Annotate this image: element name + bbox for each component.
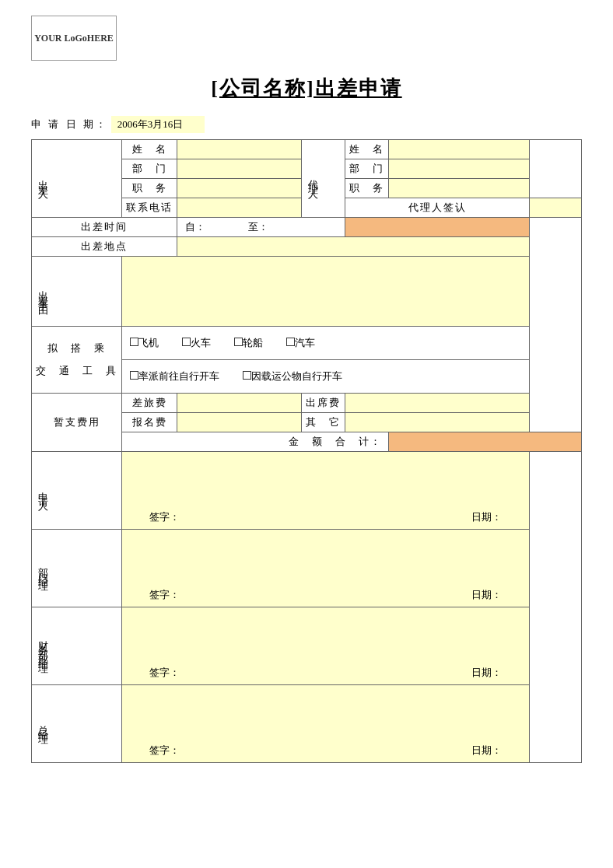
travel-reason-field[interactable] — [122, 257, 530, 327]
attendance-expense-field[interactable] — [345, 394, 530, 413]
deputy-name-field[interactable] — [389, 140, 530, 159]
transport-self-drive[interactable]: 率派前往自行开车 — [130, 369, 219, 383]
dept-manager-field[interactable]: 签字： 日期： — [122, 530, 530, 607]
table-row: 申请人 签字： 日期： — [32, 452, 582, 530]
name-label-2: 姓 名 — [345, 140, 389, 159]
to-label: 至： — [248, 221, 268, 233]
general-manager-field[interactable]: 签字： 日期： — [122, 685, 530, 763]
traveler-name-field[interactable] — [177, 140, 302, 159]
logo-text: YOUR LoGo — [34, 32, 87, 45]
deputy-position-field[interactable] — [389, 179, 530, 198]
dept-label-2: 部 门 — [345, 159, 389, 179]
travel-time-duration[interactable] — [345, 218, 530, 237]
sign-label-applicant: 签字： — [149, 510, 180, 524]
traveler-position-field[interactable] — [177, 179, 302, 198]
date-label-finance: 日期： — [471, 666, 502, 680]
transport-car[interactable]: 汽车 — [286, 336, 315, 350]
phone-label: 联系电话 — [122, 198, 177, 218]
page-title: [公司名称]出差申请 — [31, 75, 582, 102]
date-label-dept: 日期： — [471, 588, 502, 602]
position-label-1: 职 务 — [122, 179, 177, 198]
name-label-1: 姓 名 — [122, 140, 177, 159]
main-table: 出差人 姓 名 代理人 姓 名 部 门 部 门 职 务 职 务 联系电话 代理人… — [31, 139, 582, 763]
sign-label-finance: 签字： — [149, 666, 180, 680]
deputy-dept-field[interactable] — [389, 159, 530, 179]
transport-options-row1: 飞机 火车 轮船 汽车 — [122, 327, 530, 360]
transport-plane[interactable]: 飞机 — [130, 336, 159, 350]
transport-ship[interactable]: 轮船 — [234, 336, 263, 350]
traveler-phone-field[interactable] — [177, 198, 302, 218]
table-row: 出差人 姓 名 代理人 姓 名 — [32, 140, 582, 159]
logo-box: YOUR LoGo HERE — [31, 16, 117, 61]
travel-place-field[interactable] — [177, 237, 530, 257]
travel-reason-label: 出差事由 — [32, 257, 122, 327]
date-label: 申 请 日 期： — [31, 117, 108, 131]
date-row: 申 请 日 期： 2006年3月16日 — [31, 116, 582, 133]
table-row: 出差时间 自： 至： — [32, 218, 582, 237]
transport-label: 拟 搭 乘交 通 工 具 — [32, 327, 122, 394]
registration-expense-field[interactable] — [177, 413, 302, 432]
other-expense-field[interactable] — [345, 413, 530, 432]
finance-manager-field[interactable]: 签字： 日期： — [122, 607, 530, 685]
table-row: 财务部部经理 签字： 日期： — [32, 607, 582, 685]
sign-label-general: 签字： — [149, 744, 180, 758]
traveler-dept-field[interactable] — [177, 159, 302, 179]
from-label: 自： — [185, 221, 205, 233]
deputy-sign-field[interactable] — [530, 198, 582, 218]
travel-expense-field[interactable] — [177, 394, 302, 413]
table-row: 拟 搭 乘交 通 工 具 飞机 火车 轮船 汽车 — [32, 327, 582, 360]
traveler-label: 出差人 — [32, 140, 122, 218]
table-row: 出差事由 — [32, 257, 582, 327]
transport-carry-goods[interactable]: 因载运公物自行开车 — [243, 369, 342, 383]
table-row: 部门经理 签字： 日期： — [32, 530, 582, 607]
finance-manager-label: 财务部部经理 — [32, 607, 122, 685]
deputy-label: 代理人 — [302, 140, 345, 218]
temp-expense-label: 暂支费用 — [32, 394, 122, 452]
logo-text2: HERE — [87, 32, 114, 45]
travel-time-label: 出差时间 — [32, 218, 177, 237]
transport-options-row2: 率派前往自行开车 因载运公物自行开车 — [122, 360, 530, 394]
applicant-label: 申请人 — [32, 452, 122, 530]
deputy-sign-label: 代理人签认 — [345, 198, 530, 218]
table-row: 暂支费用 差旅费 出席费 — [32, 394, 582, 413]
table-row: 总经理 签字： 日期： — [32, 685, 582, 763]
table-row: 出差地点 — [32, 237, 582, 257]
position-label-2: 职 务 — [345, 179, 389, 198]
date-value: 2006年3月16日 — [111, 116, 205, 133]
dept-label-1: 部 门 — [122, 159, 177, 179]
registration-expense-label: 报名费 — [122, 413, 177, 432]
total-label: 金 额 合 计： — [122, 432, 389, 452]
general-manager-label: 总经理 — [32, 685, 122, 763]
travel-expense-label: 差旅费 — [122, 394, 177, 413]
attendance-expense-label: 出席费 — [302, 394, 345, 413]
travel-time-field[interactable]: 自： 至： — [177, 218, 345, 237]
total-amount-field[interactable] — [389, 432, 582, 452]
transport-train[interactable]: 火车 — [182, 336, 211, 350]
date-label-general: 日期： — [471, 744, 502, 758]
applicant-field[interactable]: 签字： 日期： — [122, 452, 530, 530]
travel-place-label: 出差地点 — [32, 237, 177, 257]
sign-label-dept: 签字： — [149, 588, 180, 602]
other-expense-label: 其 它 — [302, 413, 345, 432]
date-label-applicant: 日期： — [471, 510, 502, 524]
dept-manager-label: 部门经理 — [32, 530, 122, 607]
